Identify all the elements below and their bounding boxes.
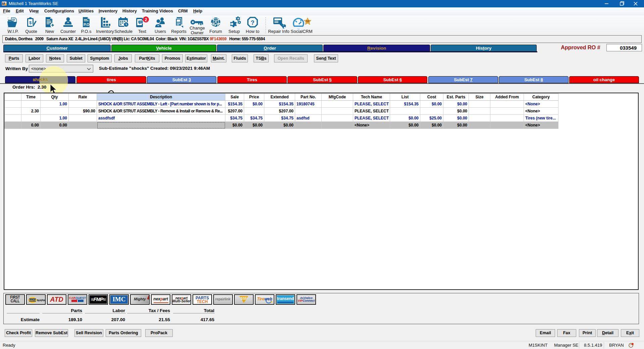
svg-text:32: 32 xyxy=(306,19,310,23)
svg-text:M: M xyxy=(2,2,5,6)
svg-text:SSF: SSF xyxy=(240,297,247,300)
svg-text:?: ? xyxy=(251,19,255,26)
svg-text:P.O.: P.O. xyxy=(84,22,91,27)
svg-text:NAPA: NAPA xyxy=(29,299,36,302)
svg-text:2: 2 xyxy=(145,17,147,22)
svg-text:$: $ xyxy=(29,20,32,25)
